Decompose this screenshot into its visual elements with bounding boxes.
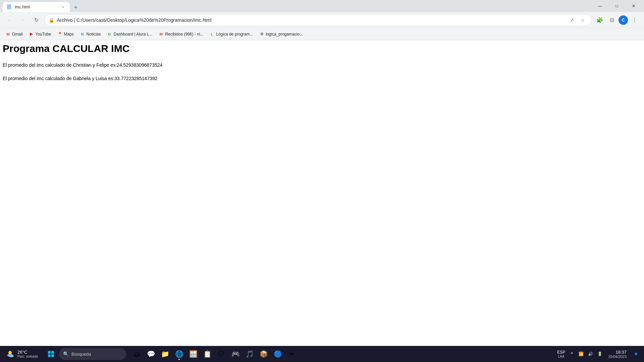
bookmark-noticias-icon: N bbox=[80, 32, 85, 37]
taskbar: 26°C Parc. soleado 🔍 Búsqueda 🗂💬📁🌐🪟📋🛡🎮🎵📦… bbox=[0, 346, 644, 362]
taskbar-weather[interactable]: 26°C Parc. soleado bbox=[3, 348, 43, 360]
title-bar: imc.html × + — □ ✕ bbox=[0, 0, 644, 12]
bookmarks-bar: MGmail▶YouTube📍MapsNNoticiasDDashboard |… bbox=[0, 28, 644, 40]
tab-close-button[interactable]: × bbox=[60, 4, 66, 10]
taskbar-app-list[interactable]: 📋 bbox=[201, 347, 214, 361]
taskbar-app-file-explorer[interactable]: 🗂 bbox=[130, 347, 144, 361]
volume-icon[interactable]: 🔊 bbox=[587, 350, 595, 358]
notification-badge bbox=[635, 353, 637, 355]
bookmark-recibidos[interactable]: MRecibidos (996) - ni... bbox=[156, 30, 206, 38]
taskbar-search[interactable]: 🔍 Búsqueda bbox=[59, 348, 126, 360]
notification-button[interactable] bbox=[631, 349, 641, 359]
navigation-bar: ← → ↻ 🔒 Archivo | C:/Users/casti/Desktop… bbox=[0, 12, 644, 28]
taskbar-date: 15/04/2023 bbox=[608, 355, 627, 359]
bookmark-gmail-label: Gmail bbox=[12, 32, 22, 37]
bookmark-youtube-label: YouTube bbox=[35, 32, 51, 37]
bookmark-noticias-label: Noticias bbox=[87, 32, 101, 37]
window-controls: — □ ✕ bbox=[592, 1, 641, 11]
weather-info: 26°C Parc. soleado bbox=[17, 350, 38, 358]
taskbar-app-stack[interactable]: 📦 bbox=[257, 347, 270, 361]
svg-rect-8 bbox=[48, 351, 51, 354]
taskbar-system-icons: ^ 📶 🔊 🔋 bbox=[568, 350, 604, 358]
refresh-button[interactable]: ↻ bbox=[31, 15, 42, 25]
profile-button[interactable]: C bbox=[619, 15, 628, 25]
bookmark-logica-label: Lógica de program... bbox=[216, 32, 253, 37]
bookmark-noticias[interactable]: NNoticias bbox=[77, 30, 104, 38]
taskbar-app-shield[interactable]: 🛡 bbox=[215, 347, 228, 361]
network-icon[interactable]: 📶 bbox=[577, 350, 585, 358]
taskbar-app-media[interactable]: 🎵 bbox=[243, 347, 256, 361]
minimize-button[interactable]: — bbox=[592, 1, 608, 11]
bookmark-dashboard-label: Dashboard | Alura L... bbox=[114, 32, 153, 37]
page-content: Programa CALCULAR IMC El promedio del im… bbox=[0, 40, 644, 346]
weather-temperature: 26°C bbox=[17, 350, 38, 355]
bookmark-logica-icon: L bbox=[209, 32, 215, 37]
battery-icon[interactable]: 🔋 bbox=[596, 350, 604, 358]
bookmark-youtube[interactable]: ▶YouTube bbox=[26, 30, 54, 38]
browser-actions: 🧩 ⊟ C ⋮ bbox=[594, 15, 640, 25]
bookmark-recibidos-icon: M bbox=[158, 32, 164, 37]
search-icon: 🔍 bbox=[63, 351, 69, 357]
address-bar[interactable]: 🔒 Archivo | C:/Users/casti/Desktop/Logic… bbox=[44, 14, 592, 26]
language-main: ESP bbox=[557, 350, 565, 355]
bookmark-maps-icon: 📍 bbox=[57, 32, 63, 37]
bookmark-github-icon: ⊙ bbox=[259, 32, 265, 37]
new-tab-button[interactable]: + bbox=[71, 3, 80, 12]
taskbar-app-edge[interactable]: 🌐 bbox=[172, 347, 186, 361]
bookmark-logica[interactable]: LLógica de program... bbox=[207, 30, 256, 38]
sidebar-button[interactable]: ⊟ bbox=[606, 15, 617, 25]
taskbar-app-explorer[interactable]: 📁 bbox=[158, 347, 172, 361]
maximize-button[interactable]: □ bbox=[609, 1, 625, 11]
taskbar-app-game[interactable]: 🎮 bbox=[229, 347, 242, 361]
svg-rect-10 bbox=[48, 354, 51, 357]
bookmark-youtube-icon: ▶ bbox=[29, 32, 34, 37]
svg-point-7 bbox=[9, 355, 14, 357]
bookmark-github-label: logica_progamacio... bbox=[266, 32, 303, 37]
taskbar-time: 18:37 bbox=[615, 350, 627, 355]
system-tray-arrow[interactable]: ^ bbox=[568, 350, 576, 358]
taskbar-app-chat[interactable]: 💬 bbox=[144, 347, 158, 361]
taskbar-language[interactable]: ESP LAA bbox=[557, 350, 565, 358]
tab-title: imc.html bbox=[15, 5, 58, 9]
bookmark-gmail[interactable]: MGmail bbox=[3, 30, 25, 38]
bookmark-gmail-icon: M bbox=[5, 32, 11, 37]
address-scheme: Archivo | C:/Users/casti/Desktop/Logica%… bbox=[57, 17, 565, 23]
bookmark-maps[interactable]: 📍Maps bbox=[55, 30, 76, 38]
search-placeholder: Búsqueda bbox=[71, 352, 91, 357]
weather-icon bbox=[5, 349, 15, 359]
taskbar-app-editor[interactable]: ✏ bbox=[285, 347, 299, 361]
taskbar-app-chrome[interactable]: 🔵 bbox=[271, 347, 284, 361]
bookmark-button[interactable]: ☆ bbox=[578, 15, 587, 25]
close-button[interactable]: ✕ bbox=[626, 1, 641, 11]
active-tab[interactable]: imc.html × bbox=[3, 2, 70, 12]
bookmark-github[interactable]: ⊙logica_progamacio... bbox=[257, 30, 306, 38]
tab-bar: imc.html × + bbox=[3, 0, 591, 12]
bookmark-maps-label: Maps bbox=[64, 32, 74, 37]
bookmark-dashboard[interactable]: DDashboard | Alura L... bbox=[104, 30, 155, 38]
result-line-1: El promedio del imc calculado de Christi… bbox=[3, 62, 641, 68]
taskbar-app-ms-store[interactable]: 🪟 bbox=[186, 347, 200, 361]
language-sub: LAA bbox=[558, 355, 564, 358]
bookmark-recibidos-label: Recibidos (996) - ni... bbox=[165, 32, 203, 37]
tab-favicon bbox=[7, 4, 12, 10]
svg-rect-11 bbox=[51, 354, 54, 357]
forward-button[interactable]: → bbox=[17, 15, 28, 25]
taskbar-apps: 🗂💬📁🌐🪟📋🛡🎮🎵📦🔵✏ bbox=[130, 347, 299, 361]
taskbar-right: ESP LAA ^ 📶 🔊 🔋 18:37 15/04/2023 bbox=[557, 349, 641, 359]
share-button[interactable]: ↗ bbox=[567, 15, 577, 25]
address-actions: ↗ ☆ bbox=[567, 15, 587, 25]
start-button[interactable] bbox=[44, 347, 58, 361]
taskbar-datetime[interactable]: 18:37 15/04/2023 bbox=[607, 350, 628, 359]
svg-rect-9 bbox=[51, 351, 54, 354]
weather-description: Parc. soleado bbox=[17, 355, 38, 358]
result-line-2: El promedio del imc calculado de Gabriel… bbox=[3, 76, 641, 81]
back-button[interactable]: ← bbox=[4, 15, 15, 25]
address-lock-icon: 🔒 bbox=[49, 17, 54, 23]
bookmark-dashboard-icon: D bbox=[107, 32, 112, 37]
page-title: Programa CALCULAR IMC bbox=[3, 43, 641, 54]
extensions-button[interactable]: 🧩 bbox=[594, 15, 605, 25]
menu-button[interactable]: ⋮ bbox=[629, 15, 640, 25]
